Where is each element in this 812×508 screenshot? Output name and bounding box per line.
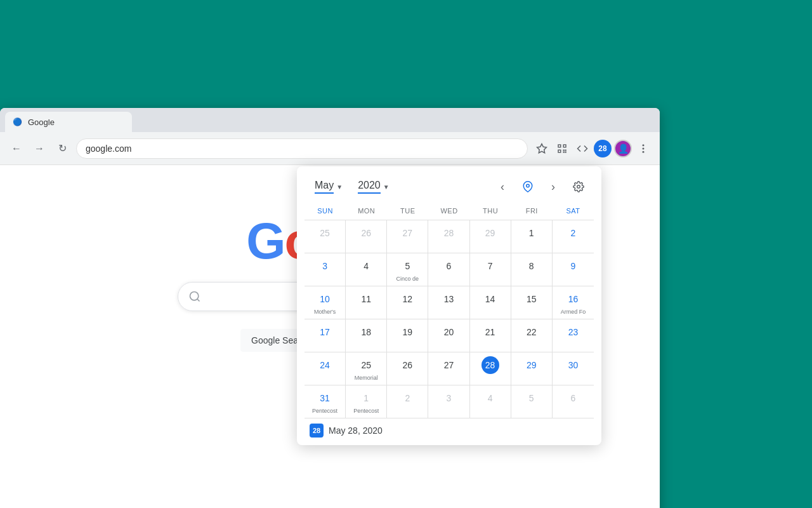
calendar-day-cell[interactable]: 3 [304, 253, 346, 286]
tab-title: Google [28, 117, 55, 127]
more-options-button[interactable] [634, 140, 652, 157]
logo-g: G [246, 213, 284, 269]
weekday-sat: SAT [553, 202, 594, 217]
day-number: 3 [316, 257, 334, 275]
day-number: 31 [316, 389, 334, 407]
weekday-fri: FRI [511, 202, 553, 217]
calendar-settings-button[interactable] [568, 177, 589, 197]
calendar-day-cell[interactable]: 2 [553, 220, 594, 253]
next-month-button[interactable]: › [543, 177, 563, 197]
qr-code-button[interactable] [553, 140, 571, 157]
day-event: Mother's [314, 309, 336, 316]
calendar-day-cell[interactable]: 24 [304, 352, 346, 385]
weekday-sun: SUN [304, 202, 346, 217]
calendar-day-cell[interactable]: 5 [511, 385, 553, 418]
calendar-day-cell[interactable]: 12 [387, 286, 428, 319]
back-button[interactable]: ← [8, 140, 25, 157]
calendar-day-cell[interactable]: 17 [304, 319, 346, 352]
calendar-day-cell[interactable]: 19 [387, 319, 428, 352]
day-number: 18 [357, 323, 375, 341]
calendar-day-cell[interactable]: 4 [346, 253, 387, 286]
prev-month-button[interactable]: ‹ [492, 177, 513, 197]
calendar-day-cell[interactable]: 13 [428, 286, 469, 319]
svg-point-12 [643, 144, 645, 146]
day-number: 2 [564, 224, 582, 242]
calendar-day-cell[interactable]: 27 [428, 352, 469, 385]
calendar-day-cell[interactable]: 18 [346, 319, 387, 352]
day-number: 25 [357, 356, 375, 374]
calendar-day-cell[interactable]: 31Pentecost [304, 385, 346, 418]
day-number: 6 [564, 389, 582, 407]
day-number: 24 [316, 356, 334, 374]
calendar-day-cell[interactable]: 29 [470, 220, 511, 253]
day-number: 26 [357, 224, 375, 242]
today-button[interactable] [518, 177, 538, 197]
day-number: 23 [564, 323, 582, 341]
calendar-day-cell[interactable]: 20 [428, 319, 469, 352]
day-number: 30 [564, 356, 582, 374]
month-dropdown-arrow: ▼ [336, 184, 343, 190]
calendar-day-cell[interactable]: 28 [470, 352, 511, 385]
day-event: Armed Fo [561, 309, 586, 316]
calendar-popup: May ▼ 2020 ▼ ‹ › SUN MON TUE WED THU FRI… [297, 166, 601, 445]
day-event: Pentecost [353, 408, 379, 415]
calendar-day-cell[interactable]: 9 [553, 253, 594, 286]
calendar-day-cell[interactable]: 25Memorial [346, 352, 387, 385]
month-label: May [315, 180, 334, 194]
day-number: 13 [440, 290, 457, 308]
extensions-button[interactable] [573, 140, 591, 157]
calendar-day-cell[interactable]: 21 [470, 319, 511, 352]
calendar-day-cell[interactable]: 15 [511, 286, 553, 319]
more-vert-icon [638, 143, 649, 154]
calendar-day-cell[interactable]: 28 [428, 220, 469, 253]
bookmark-icon-button[interactable] [533, 140, 551, 157]
active-tab[interactable]: 🔵 Google [5, 112, 132, 132]
year-selector[interactable]: 2020 ▼ [353, 177, 395, 196]
location-icon [522, 181, 534, 192]
day-event: Memorial [355, 375, 378, 382]
calendar-day-cell[interactable]: 14 [470, 286, 511, 319]
day-number: 8 [523, 257, 540, 275]
svg-rect-6 [564, 145, 565, 146]
calendar-day-cell[interactable]: 11 [346, 286, 387, 319]
day-number: 21 [481, 323, 499, 341]
calendar-day-cell[interactable]: 26 [387, 352, 428, 385]
day-number: 25 [316, 224, 334, 242]
svg-text:🔵: 🔵 [13, 117, 22, 126]
calendar-day-cell[interactable]: 23 [553, 319, 594, 352]
avatar-letter: 👤 [618, 144, 629, 154]
calendar-day-cell[interactable]: 8 [511, 253, 553, 286]
reload-button[interactable]: ↻ [53, 140, 71, 157]
calendar-day-cell[interactable]: 1 [511, 220, 553, 253]
calendar-day-cell[interactable]: 7 [470, 253, 511, 286]
calendar-day-cell[interactable]: 6 [428, 253, 469, 286]
search-icon [188, 290, 201, 303]
calendar-day-cell[interactable]: 6 [553, 385, 594, 418]
calendar-extension-badge[interactable]: 28 [594, 140, 612, 157]
qr-code-icon [556, 143, 568, 154]
calendar-day-cell[interactable]: 5Cinco de [387, 253, 428, 286]
calendar-day-cell[interactable]: 16Armed Fo [553, 286, 594, 319]
calendar-day-cell[interactable]: 4 [470, 385, 511, 418]
calendar-day-cell[interactable]: 26 [346, 220, 387, 253]
calendar-day-cell[interactable]: 1Pentecost [346, 385, 387, 418]
forward-button[interactable]: → [30, 140, 48, 157]
calendar-day-cell[interactable]: 3 [428, 385, 469, 418]
day-event: Cinco de [396, 276, 419, 283]
address-bar[interactable]: google.com [76, 138, 528, 159]
calendar-day-cell[interactable]: 25 [304, 220, 346, 253]
calendar-day-cell[interactable]: 10Mother's [304, 286, 346, 319]
day-number: 29 [523, 356, 540, 374]
calendar-day-cell[interactable]: 30 [553, 352, 594, 385]
calendar-day-cell[interactable]: 29 [511, 352, 553, 385]
month-selector[interactable]: May ▼ [310, 177, 348, 196]
calendar-day-cell[interactable]: 27 [387, 220, 428, 253]
day-number: 14 [481, 290, 499, 308]
calendar-day-cell[interactable]: 22 [511, 319, 553, 352]
svg-line-16 [197, 299, 200, 302]
address-bar-row: ← → ↻ google.com 28 � [0, 132, 660, 165]
day-number: 2 [398, 389, 416, 407]
calendar-footer: 28 May 28, 2020 [297, 418, 601, 445]
profile-avatar[interactable]: 👤 [614, 140, 632, 157]
calendar-day-cell[interactable]: 2 [387, 385, 428, 418]
